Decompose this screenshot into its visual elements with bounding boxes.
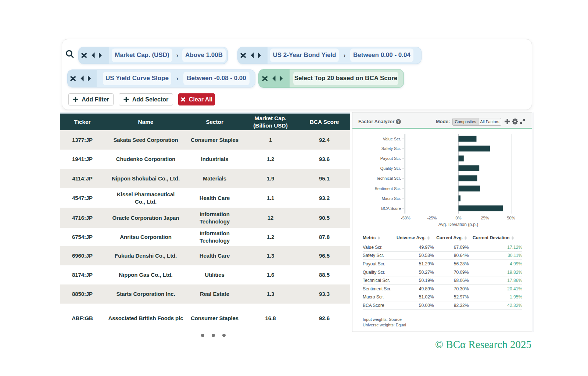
svg-text:Avg. Deviation (p.p.): Avg. Deviation (p.p.) (438, 222, 478, 227)
svg-text:Sentiment Scr.: Sentiment Scr. (374, 186, 401, 191)
svg-text:Safety Scr.: Safety Scr. (381, 146, 401, 151)
svg-text:-25%: -25% (427, 216, 437, 220)
svg-text:Technical Scr.: Technical Scr. (376, 176, 401, 180)
svg-text:BCA Score: BCA Score (381, 206, 401, 211)
svg-text:Value Scr.: Value Scr. (383, 137, 401, 141)
svg-text:Quality Scr.: Quality Scr. (380, 166, 401, 171)
svg-text:Macro Scr.: Macro Scr. (381, 196, 401, 201)
svg-text:50%: 50% (507, 216, 515, 220)
svg-text:0%: 0% (456, 216, 462, 220)
svg-text:Payout Scr.: Payout Scr. (380, 156, 401, 161)
svg-text:-50%: -50% (401, 216, 410, 220)
svg-text:25%: 25% (481, 216, 489, 220)
